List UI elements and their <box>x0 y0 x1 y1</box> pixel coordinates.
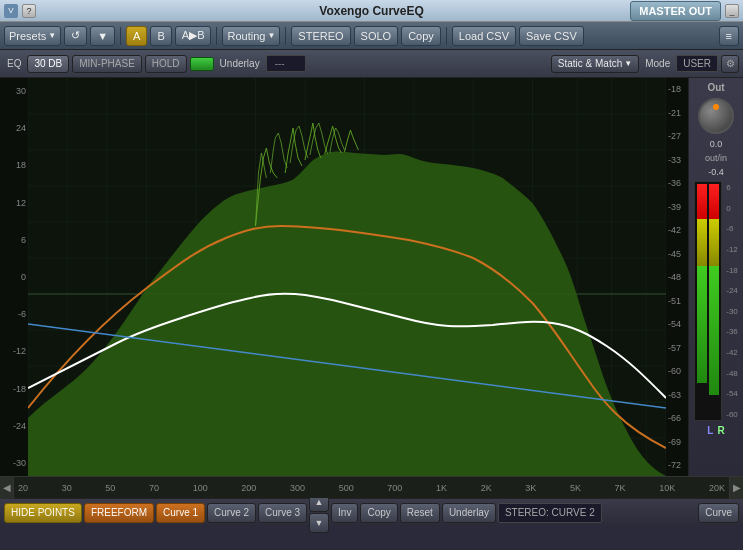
static-match-button[interactable]: Static & Match ▼ <box>551 55 639 73</box>
hide-points-button[interactable]: HIDE POINTS <box>4 503 82 523</box>
curve-label: Curve <box>698 503 739 523</box>
ab-button[interactable]: A▶B <box>175 26 212 46</box>
b-button[interactable]: B <box>150 26 171 46</box>
title-left-controls: V ? <box>4 4 36 18</box>
vu-dark-bottom-right <box>709 395 719 418</box>
inv-button[interactable]: Inv <box>331 503 358 523</box>
x-axis: ◀ 20 30 50 70 100 200 300 500 700 1K 2K … <box>0 476 743 498</box>
solo-button[interactable]: SOLO <box>354 26 399 46</box>
y-axis-right: -18 -21 -27 -33 -36 -39 -42 -45 -48 -51 … <box>666 78 688 476</box>
out-in-label: out/in <box>705 153 727 163</box>
refresh-button[interactable]: ↺ <box>64 26 87 46</box>
menu-icon-button[interactable]: ≡ <box>719 26 739 46</box>
save-csv-button[interactable]: Save CSV <box>519 26 584 46</box>
master-out-button[interactable]: MASTER OUT <box>630 1 721 21</box>
app-icon: V <box>4 4 18 18</box>
curve3-button[interactable]: Curve 3 <box>258 503 307 523</box>
output-knob[interactable] <box>698 98 734 134</box>
bottom-copy-button[interactable]: Copy <box>360 503 397 523</box>
vu-meter-container: 6 0 -6 -12 -18 -24 -30 -36 -42 -48 -54 -… <box>694 181 738 421</box>
bottom-bar: HIDE POINTS FREEFORM Curve 1 Curve 2 Cur… <box>0 498 743 526</box>
knob-indicator <box>713 104 719 110</box>
db-button[interactable]: 30 DB <box>27 55 69 73</box>
routing-dropdown[interactable]: Routing ▼ <box>222 26 280 46</box>
vu-yellow-zone <box>697 219 707 266</box>
x-axis-scroll-right-button[interactable]: ▶ <box>729 477 743 499</box>
curve-arrows: ▲ ▼ <box>309 492 329 533</box>
vu-right-channel <box>709 184 719 418</box>
presets-dropdown[interactable]: Presets ▼ <box>4 26 61 46</box>
title-bar: V ? Voxengo CurveEQ MASTER OUT _ <box>0 0 743 22</box>
a-button[interactable]: A <box>126 26 147 46</box>
mode-label: Mode <box>642 58 673 69</box>
vu-red-zone-right <box>709 184 719 219</box>
output-knob-container[interactable] <box>697 97 735 135</box>
right-panel: Out 0.0 out/in -0.4 <box>688 78 743 476</box>
min-phase-button[interactable]: MIN-PHASE <box>72 55 142 73</box>
out-label: Out <box>707 82 724 93</box>
power-led[interactable] <box>190 57 214 71</box>
window-minimize-button[interactable]: _ <box>725 4 739 18</box>
eq-controls: EQ 30 DB MIN-PHASE HOLD Underlay --- Sta… <box>0 50 743 78</box>
left-channel-label: L <box>707 425 713 436</box>
load-csv-button[interactable]: Load CSV <box>452 26 516 46</box>
mode-display: USER <box>676 55 718 72</box>
vu-meter <box>694 181 722 421</box>
eq-label: EQ <box>4 58 24 69</box>
stereo-button[interactable]: STEREO <box>291 26 350 46</box>
x-axis-labels: 20 30 50 70 100 200 300 500 700 1K 2K 3K… <box>14 483 729 493</box>
window-title: Voxengo CurveEQ <box>319 4 423 18</box>
hold-button[interactable]: HOLD <box>145 55 187 73</box>
vu-green-zone-right <box>709 266 719 395</box>
toolbar-separator-1 <box>120 27 121 45</box>
y-axis-left: 30 24 18 12 6 0 -6 -12 -18 -24 -30 <box>0 78 28 476</box>
main-area: 30 24 18 12 6 0 -6 -12 -18 -24 -30 -18 -… <box>0 78 743 476</box>
out-in-value: -0.4 <box>708 167 724 177</box>
toolbar: Presets ▼ ↺ ▼ A B A▶B Routing ▼ STEREO S… <box>0 22 743 50</box>
curve1-button[interactable]: Curve 1 <box>156 503 205 523</box>
static-match-arrow: ▼ <box>624 59 632 68</box>
stereo-curve-display: STEREO: CURVE 2 <box>498 503 602 523</box>
routing-dropdown-arrow: ▼ <box>267 31 275 40</box>
vu-yellow-zone-right <box>709 219 719 266</box>
reset-button[interactable]: Reset <box>400 503 440 523</box>
toolbar-separator-4 <box>446 27 447 45</box>
vu-labels: 6 0 -6 -12 -18 -24 -30 -36 -42 -48 -54 -… <box>726 181 738 421</box>
menu-button[interactable]: ? <box>22 4 36 18</box>
vu-dark-bottom-left <box>697 383 707 418</box>
underlay-display: --- <box>266 55 306 72</box>
right-channel-label: R <box>717 425 724 436</box>
toolbar-separator-3 <box>285 27 286 45</box>
gear-button[interactable]: ⚙ <box>721 55 739 73</box>
underlay-button[interactable]: Underlay <box>442 503 496 523</box>
eq-graph-svg <box>28 78 666 476</box>
vu-red-zone <box>697 184 707 219</box>
eq-display[interactable]: 30 24 18 12 6 0 -6 -12 -18 -24 -30 -18 -… <box>0 78 688 476</box>
curve2-button[interactable]: Curve 2 <box>207 503 256 523</box>
toolbar-separator-2 <box>216 27 217 45</box>
presets-dropdown-arrow: ▼ <box>48 31 56 40</box>
title-right-controls: MASTER OUT _ <box>630 1 739 21</box>
lr-labels: L R <box>707 425 724 436</box>
knob-value-display: 0.0 <box>710 139 723 149</box>
copy-button[interactable]: Copy <box>401 26 441 46</box>
x-axis-scroll-left-button[interactable]: ◀ <box>0 477 14 499</box>
vu-left-channel <box>697 184 707 418</box>
underlay-label: Underlay <box>217 58 263 69</box>
vu-green-zone-left <box>697 266 707 383</box>
freeform-button[interactable]: FREEFORM <box>84 503 154 523</box>
settings-arrow-button[interactable]: ▼ <box>90 26 115 46</box>
curve-down-button[interactable]: ▼ <box>309 513 329 533</box>
